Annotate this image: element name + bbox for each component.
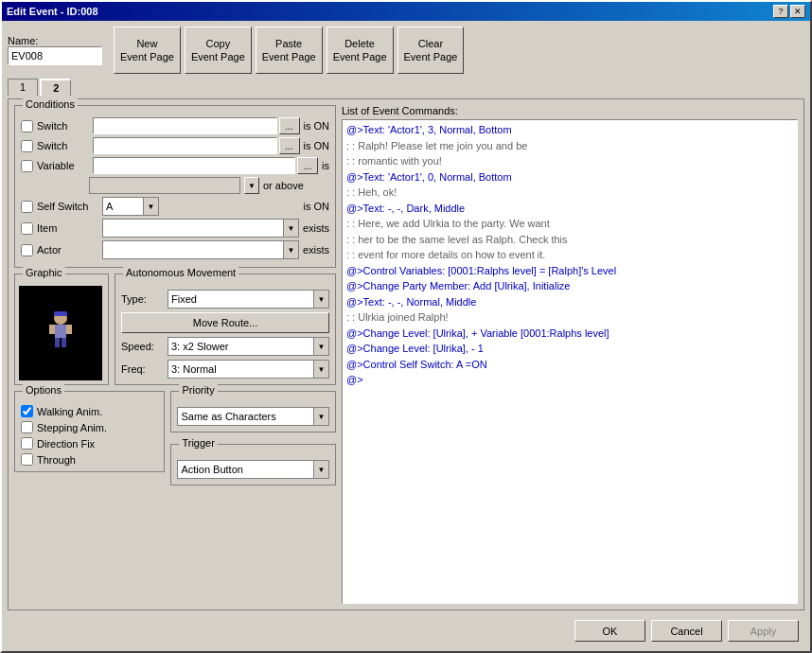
switch2-input[interactable] [93,137,277,154]
sprite-svg [45,310,76,356]
switch2-checkbox[interactable] [21,140,33,152]
cancel-button[interactable]: Cancel [651,620,722,642]
name-input[interactable] [8,46,102,65]
svg-rect-1 [54,311,67,316]
help-button[interactable]: ? [773,5,788,18]
variable-value-arrow[interactable]: ▼ [244,177,259,194]
move-route-button[interactable]: Move Route... [121,312,329,333]
freq-select[interactable]: 1: Lowest 2: Lower 3: Normal 4: Higher 5… [168,360,329,379]
conditions-group: Conditions Switch ... is ON [14,105,336,268]
list-item: @>Text: -, -, Normal, Middle [346,294,793,310]
list-item: @>Change Party Member: Add [Ulrika], Ini… [346,278,793,294]
switch2-suffix: is ON [304,140,330,151]
self-switch-suffix: is ON [304,201,330,212]
switch2-label: Switch [37,140,89,151]
top-bar: Name: NewEvent Page CopyEvent Page Paste… [8,26,804,74]
switch1-checkbox[interactable] [21,120,33,132]
list-item: : : romantic with you! [346,153,793,169]
priority-title: Priority [179,384,217,396]
priority-group: Priority Below Characters Same as Charac… [170,391,336,432]
self-switch-checkbox[interactable] [21,201,33,213]
main-window: Edit Event - ID:008 ? ✕ Name: NewEvent P… [0,0,812,653]
clear-event-page-button[interactable]: ClearEvent Page [397,26,465,74]
new-event-page-button[interactable]: NewEvent Page [114,26,181,74]
trigger-title: Trigger [179,437,217,449]
list-item: @>Text: 'Actor1', 3, Normal, Bottom [346,122,793,138]
actor-select[interactable] [102,240,299,259]
direction-fix-label: Direction Fix [37,438,95,450]
title-controls: ? ✕ [773,5,805,18]
variable-browse-button[interactable]: ... [297,157,318,174]
copy-event-page-button[interactable]: CopyEvent Page [185,26,252,74]
conditions-title: Conditions [23,98,78,110]
name-section: Name: [8,35,102,65]
tabs-row: 1 2 [8,78,804,95]
self-switch-select[interactable]: A B C D [102,197,159,216]
walking-anim-checkbox[interactable] [21,405,33,417]
graphic-title: Graphic [23,267,65,278]
type-select[interactable]: Fixed Random Approach Custom [168,290,329,309]
freq-label: Freq: [121,363,164,375]
variable-value-input[interactable] [89,177,240,194]
ok-button[interactable]: OK [574,620,645,642]
through-label: Through [37,454,76,466]
trigger-group: Trigger Action Button Player Touch Event… [170,444,336,485]
type-label: Type: [121,293,164,305]
item-checkbox[interactable] [21,222,33,235]
through-checkbox[interactable] [21,453,33,466]
svg-rect-3 [55,338,60,347]
main-content: Conditions Switch ... is ON [8,98,804,610]
variable-checkbox[interactable] [21,160,33,172]
list-item: @>Text: -, -, Dark, Middle [346,201,793,217]
svg-rect-5 [49,325,55,334]
switch1-browse-button[interactable]: ... [279,117,300,134]
trigger-select[interactable]: Action Button Player Touch Event Touch A… [177,460,329,479]
autonomous-group: Autonomous Movement Type: Fixed Random A… [115,274,336,385]
window-body: Name: NewEvent Page CopyEvent Page Paste… [2,21,810,651]
list-item: : : event for more details on how to eve… [346,247,793,263]
bottom-bar: OK Cancel Apply [8,614,804,645]
switch1-input[interactable] [93,117,277,134]
list-item: : : Here, we add Ulrkia to the party. We… [346,216,793,232]
list-item: : : her to be the same level as Ralph. C… [346,232,793,248]
svg-rect-4 [62,338,66,347]
speed-select[interactable]: 1: x8 Slower 2: x4 Slower 3: x2 Slower 4… [168,337,329,356]
actor-label: Actor [37,244,98,256]
walking-anim-label: Walking Anim. [37,406,102,417]
item-select[interactable] [102,219,299,238]
graphic-group: Graphic [14,274,109,385]
direction-fix-checkbox[interactable] [21,437,33,450]
variable-label: Variable [37,160,89,171]
self-switch-label: Self Switch [37,201,98,212]
priority-select[interactable]: Below Characters Same as Characters Abov… [177,407,329,426]
variable-suffix: is [322,160,329,171]
actor-checkbox[interactable] [21,244,33,256]
switch2-browse-button[interactable]: ... [279,137,300,154]
or-above-label: or above [263,180,304,191]
svg-rect-6 [66,325,72,334]
options-title: Options [23,384,64,396]
list-item: @>Control Variables: [0001:Ralphs level]… [346,263,793,279]
stepping-anim-checkbox[interactable] [21,421,33,433]
autonomous-title: Autonomous Movement [123,267,238,278]
left-panel: Conditions Switch ... is ON [14,105,336,604]
tab-2[interactable]: 2 [40,79,71,96]
graphic-preview[interactable] [19,286,102,380]
paste-event-page-button[interactable]: PasteEvent Page [256,26,323,74]
switch1-suffix: is ON [304,120,330,132]
list-item: @>Control Self Switch: A =ON [346,357,793,373]
close-button[interactable]: ✕ [790,5,805,18]
event-list-label: List of Event Commands: [342,105,798,116]
apply-button[interactable]: Apply [728,620,799,642]
options-group: Options Walking Anim. Stepping Anim. Dir… [14,391,165,472]
event-list[interactable]: @>Text: 'Actor1', 3, Normal, Bottom : : … [342,119,798,604]
svg-rect-2 [55,325,66,338]
tab-1[interactable]: 1 [8,79,38,96]
name-label: Name: [8,35,100,46]
delete-event-page-button[interactable]: DeleteEvent Page [327,26,394,74]
item-label: Item [37,222,98,234]
speed-label: Speed: [121,341,164,352]
item-suffix: exists [303,222,329,234]
variable-input[interactable] [93,157,295,174]
list-item: @>Change Level: [Ulrika], + Variable [00… [346,326,793,342]
